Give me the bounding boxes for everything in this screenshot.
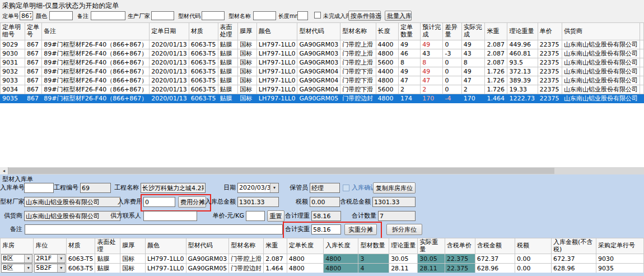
project-name-input[interactable] (141, 183, 206, 193)
cell: 国标 (238, 49, 257, 58)
column-header: 膜厚 (238, 23, 257, 40)
cell: 89#门框型材F26-F40（866+867） (42, 67, 150, 76)
cell: 2 (461, 85, 485, 94)
scroll-left-button[interactable]: ◂ (0, 167, 8, 174)
cell: 867 (25, 58, 42, 67)
bin-select[interactable]: 5B2F▾ (34, 264, 66, 273)
entry-fee-input[interactable] (143, 197, 175, 207)
cell: 贴膜 (218, 58, 238, 67)
factory-input[interactable] (24, 197, 120, 207)
batch-inbound-button[interactable]: 批量入库 (385, 11, 412, 21)
cell: LH797-1LL0 (145, 254, 186, 264)
remark-field-input[interactable] (25, 224, 283, 234)
length-input[interactable] (297, 11, 308, 20)
cell: 2020/01/13 (150, 76, 189, 85)
table-row[interactable]: 903586789#门框型材F26-F40（866+867）2020/01/13… (1, 94, 644, 103)
chevron-down-icon[interactable]: ▾ (57, 255, 65, 263)
bin-select[interactable]: 2R1F▾ (34, 254, 66, 263)
tax-input[interactable] (310, 197, 340, 207)
cell: 47 (461, 76, 485, 85)
total-actual-weight-input[interactable] (311, 224, 341, 234)
manufacturer-input[interactable] (151, 11, 174, 20)
actual-weight-share-button[interactable]: 实重分摊 (344, 224, 377, 235)
cell: 0 (443, 40, 461, 49)
combo-value: B区 (2, 255, 24, 263)
profile-code-input[interactable] (202, 11, 225, 20)
cell: 93.5 (507, 58, 538, 67)
total-with-tax-label: 含税总金额 (340, 197, 371, 207)
fee-share-button[interactable]: 费用分摊 (178, 196, 206, 208)
purchase-order-table[interactable]: 定单明细号定单号备注定单日期材质表面处理膜厚颜色型材代码型材名称长度定单数量预计… (0, 22, 644, 103)
cell: 门带腔边封 (340, 94, 376, 103)
calendar-dropdown-icon[interactable]: ▾ (270, 183, 278, 192)
profile-name-input[interactable] (253, 11, 276, 20)
date-input[interactable]: 2020/03/31 ▾ (237, 183, 279, 193)
warehouse-select[interactable]: B区▾ (1, 254, 32, 263)
warehouse-select[interactable]: B区▾ (1, 264, 32, 273)
column-header: 库位 (34, 238, 67, 254)
inbound-items-table[interactable]: 库房库位材质表面处理膜厚颜色型材代码型材名称米重定单长度入库长度型材数量理论重量… (0, 238, 644, 273)
cell: 867 (25, 76, 42, 85)
cell: 4 (358, 264, 389, 273)
total-amount-input[interactable] (237, 197, 279, 207)
table-row[interactable]: 903486789#门框型材F26-F40（866+867）2020/01/13… (1, 85, 644, 94)
split-bin-button[interactable]: 拆分库位 (386, 224, 422, 235)
table-row[interactable]: B区▾5B2F▾6063-T5贴膜国标LH797-1LL0GA90GRM05门带… (1, 264, 644, 273)
cell: 30.05 (418, 254, 445, 264)
unfinished-checkbox[interactable] (314, 12, 321, 19)
cell: 170 (421, 94, 443, 103)
entry-no-input[interactable] (24, 183, 54, 193)
total-theory-weight-input[interactable] (311, 211, 341, 221)
cell: 9030 (596, 254, 644, 264)
cell: 49 (421, 67, 443, 76)
table-row[interactable]: 903086789#门框型材F26-F40（866+867）2020/01/13… (1, 49, 644, 58)
table-row[interactable]: 902986789#门框型材F26-F40（866+867）2020/01/13… (1, 40, 644, 49)
cell: 国标 (238, 94, 257, 103)
horizontal-scrollbar[interactable]: ◂ (0, 167, 644, 174)
cell: 2.087 (485, 49, 507, 58)
supplier-input[interactable] (24, 211, 120, 221)
cell: 460.81 (507, 49, 538, 58)
cell: 89#门框型材F26-F40（866+867） (42, 49, 150, 58)
project-no-input[interactable] (80, 183, 111, 193)
cell: 8 (461, 58, 485, 67)
cell: 28.11 (389, 264, 418, 273)
inbound-confirm-checkbox[interactable] (343, 185, 349, 191)
unit-price-input[interactable] (246, 211, 265, 221)
table-row[interactable]: 903286789#门框型材F26-F40（866+867）2020/01/13… (1, 67, 644, 76)
cell: 89#门框型材F26-F40（866+867） (42, 58, 150, 67)
chevron-down-icon[interactable]: ▾ (24, 255, 32, 263)
chevron-down-icon[interactable]: ▾ (24, 264, 32, 272)
supplier-contact-input[interactable] (143, 211, 197, 221)
total-with-tax-input[interactable] (372, 197, 416, 207)
copy-bins-button[interactable]: 复制库房库位 (373, 182, 416, 194)
keeper-input[interactable] (310, 183, 340, 193)
cell: 43 (421, 49, 443, 58)
cell: 6063-T5 (66, 264, 95, 273)
cell: 867 (25, 94, 42, 103)
reset-button[interactable]: 重置 (267, 210, 284, 222)
keeper-label: 保管员 (288, 183, 308, 193)
cell: 贴膜 (95, 254, 120, 264)
remark-field-label: 备注 (8, 224, 22, 234)
unit-price-label: 单价-元/KG (208, 211, 244, 221)
cell: LH797-1LL0 (256, 40, 297, 49)
cell: 4400 (376, 40, 398, 49)
cell: 22.375 (445, 264, 475, 273)
total-qty-input[interactable] (378, 211, 416, 221)
table-row[interactable]: 903386789#门框型材F26-F40（866+867）2020/01/13… (1, 76, 644, 85)
table-row[interactable]: 903186789#门框型材F26-F40（866+867）2020/01/13… (1, 58, 644, 67)
color-input[interactable] (49, 11, 73, 20)
column-header: 库房 (1, 238, 34, 254)
remark-input[interactable] (91, 11, 125, 20)
cell: 2 (398, 85, 420, 94)
order-no-input[interactable] (20, 11, 33, 20)
cell: 22375 (538, 94, 562, 103)
cell: 0 (443, 85, 461, 94)
table-row[interactable]: B区▾2R1F▾6063-T5贴膜国标LH797-1LL0GA90GRM03门带… (1, 254, 644, 264)
chevron-down-icon[interactable]: ▾ (57, 264, 65, 272)
scrollbar-thumb[interactable] (8, 168, 554, 174)
cell: 2.087 (485, 40, 507, 49)
column-header: 材质 (189, 23, 218, 40)
filter-by-condition-button[interactable]: 按条件筛选 (348, 11, 381, 21)
